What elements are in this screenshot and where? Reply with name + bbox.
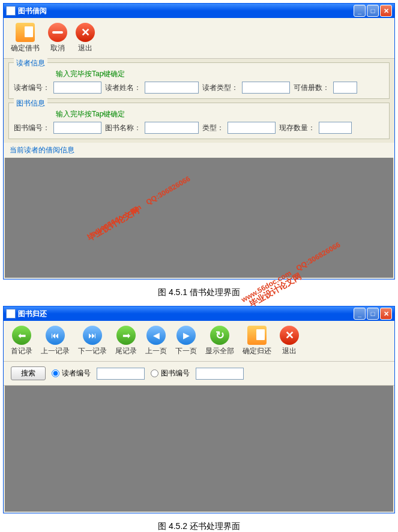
toolbar: 首记录 上一记录 下一记录 尾记录 上一页 下一页 显示全部 确定归还 (4, 321, 394, 362)
folder-icon (247, 326, 267, 345)
toolbar: 确定借书 取消 退出 (4, 18, 394, 59)
skip-forward-icon (83, 326, 102, 345)
reader-name-label: 读者姓名： (105, 83, 141, 93)
search-book-input[interactable] (196, 368, 244, 380)
return-window: 图书归还 _ □ ✕ 首记录 上一记录 下一记录 尾记录 上一页 (3, 306, 395, 513)
arrow-right-icon (116, 326, 136, 345)
search-button[interactable]: 搜索 (11, 366, 46, 380)
reader-radio-input[interactable] (52, 369, 59, 377)
minimize-button[interactable]: _ (354, 308, 366, 320)
book-id-input[interactable] (53, 122, 101, 134)
refresh-icon (210, 326, 229, 345)
search-by-reader-radio[interactable]: 读者编号 (52, 368, 91, 378)
prev-page-button[interactable]: 上一页 (143, 324, 169, 357)
borrow-list-label: 当前读者的借阅信息 (4, 143, 394, 158)
reader-type-label: 读者类型： (202, 83, 238, 93)
reader-fieldset: 读者信息 输入完毕按Tap键确定 读者编号： 读者姓名： 读者类型： 可借册数： (8, 62, 390, 99)
skip-back-icon (46, 326, 65, 345)
next-page-button[interactable]: 下一页 (173, 324, 199, 357)
return-grid[interactable] (5, 386, 393, 512)
book-type-input[interactable] (228, 122, 276, 134)
close-icon (280, 326, 299, 345)
search-bar: 搜索 读者编号 图书编号 (4, 362, 394, 386)
book-stock-label: 现存数量： (279, 123, 315, 133)
reader-limit-input[interactable] (333, 82, 357, 94)
book-id-label: 图书编号： (14, 123, 50, 133)
arrow-left-icon (12, 326, 31, 345)
book-type-label: 类型： (202, 123, 224, 133)
book-radio-input[interactable] (151, 369, 158, 377)
confirm-borrow-button[interactable]: 确定借书 (8, 22, 42, 55)
book-name-input[interactable] (145, 122, 199, 134)
maximize-button[interactable]: □ (367, 5, 379, 17)
cancel-button[interactable]: 取消 (46, 22, 70, 55)
cancel-icon (48, 23, 67, 42)
titlebar[interactable]: 图书归还 _ □ ✕ (4, 306, 394, 321)
figure-caption-1: 图 4.5.1 借书处理界面 (0, 282, 398, 303)
borrow-window: 图书借阅 _ □ ✕ 确定借书 取消 退出 读者信息 输入完毕按Tap键确定 读… (3, 3, 395, 279)
folder-icon (16, 23, 35, 42)
reader-id-input[interactable] (53, 82, 101, 94)
titlebar[interactable]: 图书借阅 _ □ ✕ (4, 4, 394, 18)
book-legend: 图书信息 (14, 98, 47, 109)
close-icon (76, 23, 95, 42)
reader-hint: 输入完毕按Tap键确定 (56, 69, 384, 79)
app-icon (6, 309, 16, 318)
exit-button[interactable]: 退出 (277, 324, 301, 357)
reader-id-label: 读者编号： (14, 83, 50, 93)
search-reader-input[interactable] (97, 368, 145, 380)
show-all-button[interactable]: 显示全部 (203, 324, 237, 357)
reader-type-input[interactable] (242, 82, 290, 94)
first-record-button[interactable]: 首记录 (8, 324, 35, 357)
last-record-button[interactable]: 尾记录 (113, 324, 139, 357)
book-fieldset: 图书信息 输入完毕按Tap键确定 图书编号： 图书名称： 类型： 现存数量： (8, 103, 390, 139)
book-stock-input[interactable] (319, 122, 352, 134)
reader-limit-label: 可借册数： (294, 83, 330, 93)
rewind-icon (146, 326, 166, 345)
window-title: 图书借阅 (18, 6, 354, 16)
window-title: 图书归还 (18, 309, 354, 319)
prev-record-button[interactable]: 上一记录 (38, 324, 72, 357)
close-button[interactable]: ✕ (380, 308, 392, 320)
reader-name-input[interactable] (145, 82, 199, 94)
forward-icon (176, 326, 196, 345)
confirm-return-button[interactable]: 确定归还 (240, 324, 274, 357)
figure-caption-2: 图 4.5.2 还书处理界面 (0, 516, 398, 532)
reader-legend: 读者信息 (14, 58, 47, 68)
app-icon (6, 6, 16, 16)
exit-button[interactable]: 退出 (73, 22, 97, 55)
reader-radio-label: 读者编号 (62, 368, 91, 378)
book-name-label: 图书名称： (105, 123, 141, 133)
borrow-grid[interactable] (5, 158, 393, 278)
close-button[interactable]: ✕ (380, 5, 392, 17)
search-by-book-radio[interactable]: 图书编号 (151, 368, 190, 378)
next-record-button[interactable]: 下一记录 (76, 324, 109, 357)
book-hint: 输入完毕按Tap键确定 (56, 109, 384, 119)
maximize-button[interactable]: □ (367, 308, 379, 320)
book-radio-label: 图书编号 (161, 368, 190, 378)
minimize-button[interactable]: _ (354, 5, 366, 17)
